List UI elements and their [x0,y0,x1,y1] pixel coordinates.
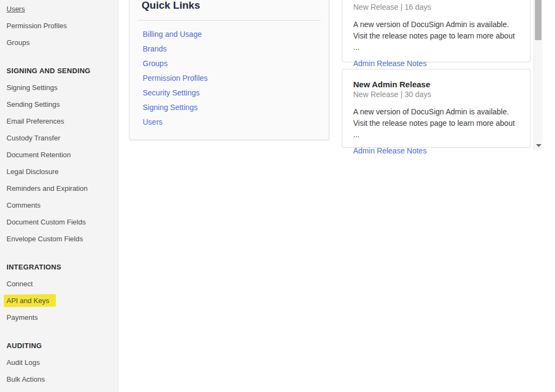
quick-links-panel: Quick Links Billing and Usage Brands Gro… [129,0,329,140]
quick-links-list: Billing and Usage Brands Groups Permissi… [130,21,329,130]
sidebar-section-integrations: INTEGRATIONS [0,259,118,275]
sidebar-item-label: Document Retention [7,151,71,159]
sidebar-item-label: API and Keys [7,297,49,305]
sidebar-item-label: Comments [7,201,41,209]
sidebar-item-label: Groups [7,38,30,47]
release-meta: New Release | 30 days [353,89,519,99]
release-body: A new version of DocuSign Admin is avail… [353,106,519,140]
quick-link-billing-and-usage[interactable]: Billing and Usage [143,27,202,42]
sidebar-item-label: Email Preferences [7,117,64,125]
release-card: New Release | 16 days A new version of D… [342,0,531,62]
sidebar-item-label: Custody Transfer [7,134,60,142]
scroll-down-arrow-icon[interactable] [536,144,541,147]
sidebar-item-users[interactable]: Users [0,1,118,17]
release-meta: New Release | 16 days [353,2,519,12]
quick-link-permission-profiles[interactable]: Permission Profiles [143,71,208,86]
sidebar-item-label: Permission Profiles [7,22,67,30]
release-title: New Admin Release [353,79,519,89]
docusign-admin-page: Users Permission Profiles Groups SIGNING… [0,0,555,392]
sidebar-item-label: Document Custom Fields [7,218,86,226]
sidebar-item-comments[interactable]: Comments [0,197,118,214]
sidebar-item-label: Sending Settings [7,100,60,108]
admin-sidebar: Users Permission Profiles Groups SIGNING… [0,0,118,392]
sidebar-item-legal-disclosure[interactable]: Legal Disclosure [0,163,118,180]
quick-links-title: Quick Links [130,0,329,11]
quick-link-security-settings[interactable]: Security Settings [143,86,200,100]
sidebar-item-audit-logs[interactable]: Audit Logs [0,354,118,371]
scrollbar-thumb[interactable] [535,0,541,40]
sidebar-item-label: Signing Settings [7,83,58,92]
admin-release-notes-link[interactable]: Admin Release Notes [353,59,426,68]
sidebar-item-label: Connect [7,280,33,288]
admin-release-notes-link[interactable]: Admin Release Notes [353,146,426,155]
sidebar-item-envelope-custom-fields[interactable]: Envelope Custom Fields [0,230,118,247]
sidebar-item-signing-settings[interactable]: Signing Settings [0,79,118,96]
sidebar-item-custody-transfer[interactable]: Custody Transfer [0,130,118,146]
sidebar-item-permission-profiles[interactable]: Permission Profiles [0,17,118,34]
quick-link-groups[interactable]: Groups [143,56,168,71]
release-card: New Admin Release New Release | 30 days … [342,69,531,148]
sidebar-item-api-and-keys[interactable]: API and Keys [0,292,118,309]
sidebar-item-groups[interactable]: Groups [0,34,118,51]
sidebar-item-label: Payments [7,313,38,322]
sidebar-item-label: Audit Logs [7,358,40,367]
sidebar-item-label: Envelope Custom Fields [7,235,83,243]
quick-link-signing-settings[interactable]: Signing Settings [143,100,197,115]
quick-link-users[interactable]: Users [143,115,163,130]
sidebar-item-label: Legal Disclosure [7,168,59,176]
sidebar-item-sending-settings[interactable]: Sending Settings [0,96,118,113]
sidebar-item-connect[interactable]: Connect [0,275,118,292]
sidebar-item-reminders-and-expiration[interactable]: Reminders and Expiration [0,180,118,197]
sidebar-item-document-custom-fields[interactable]: Document Custom Fields [0,214,118,230]
sidebar-item-label: Reminders and Expiration [7,184,88,192]
sidebar-section-auditing: AUDITING [0,337,118,354]
quick-link-brands[interactable]: Brands [143,42,167,56]
sidebar-item-payments[interactable]: Payments [0,309,118,326]
sidebar-item-label: Bulk Actions [7,375,45,383]
notifications-scrollbar[interactable] [533,0,543,150]
sidebar-item-email-preferences[interactable]: Email Preferences [0,113,118,130]
release-body: A new version of DocuSign Admin is avail… [353,19,519,53]
sidebar-item-label: Users [7,5,25,13]
sidebar-item-document-retention[interactable]: Document Retention [0,146,118,163]
sidebar-section-signing-and-sending: SIGNING AND SENDING [0,62,118,79]
sidebar-item-bulk-actions[interactable]: Bulk Actions [0,371,118,388]
